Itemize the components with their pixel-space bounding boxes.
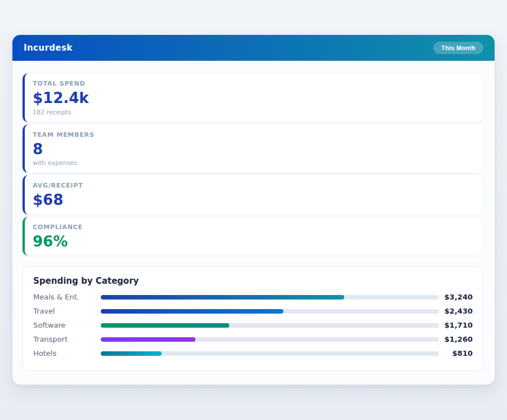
chart-value-label: $810 <box>439 349 473 358</box>
chart-bar-fill <box>101 309 283 314</box>
chart-bar-track <box>101 323 439 328</box>
chart-value-label: $2,430 <box>439 307 473 315</box>
chart-bar-fill <box>101 295 344 300</box>
stat-card-total-spend: TOTAL SPEND $12.4k 182 receipts <box>23 73 483 122</box>
chart-bar-fill <box>101 337 195 342</box>
chart-value-label: $1,260 <box>439 335 473 343</box>
stat-value: 96% <box>33 234 474 250</box>
chart-bar-track <box>101 337 439 342</box>
stat-card-team-members: TEAM MEMBERS 8 with expenses <box>23 124 483 173</box>
dashboard-content: TOTAL SPEND $12.4k 182 receipts TEAM MEM… <box>12 61 495 385</box>
stat-value: 8 <box>33 141 474 158</box>
stat-value: $12.4k <box>33 90 474 106</box>
chart-bar-track <box>101 295 439 300</box>
app-title: Incurdesk <box>24 43 73 53</box>
stat-label: AVG/RECEIPT <box>33 182 474 189</box>
app-window: Incurdesk This Month TOTAL SPEND $12.4k … <box>12 35 495 385</box>
spending-by-category-card: Spending by Category Meals & Ent. $3,240… <box>23 266 483 371</box>
chart-category-label: Transport <box>33 335 101 343</box>
chart-title: Spending by Category <box>33 276 473 286</box>
chart-category-label: Meals & Ent. <box>33 293 101 301</box>
chart-row-software: Software $1,710 <box>33 318 473 332</box>
chart-bar-track <box>101 351 439 356</box>
chart-row-meals: Meals & Ent. $3,240 <box>33 290 473 304</box>
chart-bar-track <box>101 309 439 314</box>
stat-value: $68 <box>33 192 474 208</box>
chart-value-label: $1,710 <box>439 321 473 329</box>
chart-value-label: $3,240 <box>439 293 473 301</box>
stat-card-compliance: COMPLIANCE 96% <box>23 217 483 256</box>
chart-row-travel: Travel $2,430 <box>33 304 473 318</box>
chart-bar-fill <box>101 351 162 356</box>
stat-subtext: 182 receipts <box>33 109 474 116</box>
stat-card-avg-receipt: AVG/RECEIPT $68 <box>23 175 483 215</box>
stat-subtext: with expenses <box>33 159 474 167</box>
stat-label: TOTAL SPEND <box>33 80 474 87</box>
chart-category-label: Hotels <box>33 349 101 358</box>
chart-category-label: Travel <box>33 307 101 315</box>
stat-label: TEAM MEMBERS <box>33 131 474 138</box>
period-badge[interactable]: This Month <box>433 42 483 54</box>
chart-bar-fill <box>101 323 229 328</box>
chart-row-transport: Transport $1,260 <box>33 332 473 346</box>
stat-label: COMPLIANCE <box>33 224 474 231</box>
chart-row-hotels: Hotels $810 <box>33 346 473 360</box>
chart-category-label: Software <box>33 321 101 329</box>
app-header: Incurdesk This Month <box>12 35 495 61</box>
